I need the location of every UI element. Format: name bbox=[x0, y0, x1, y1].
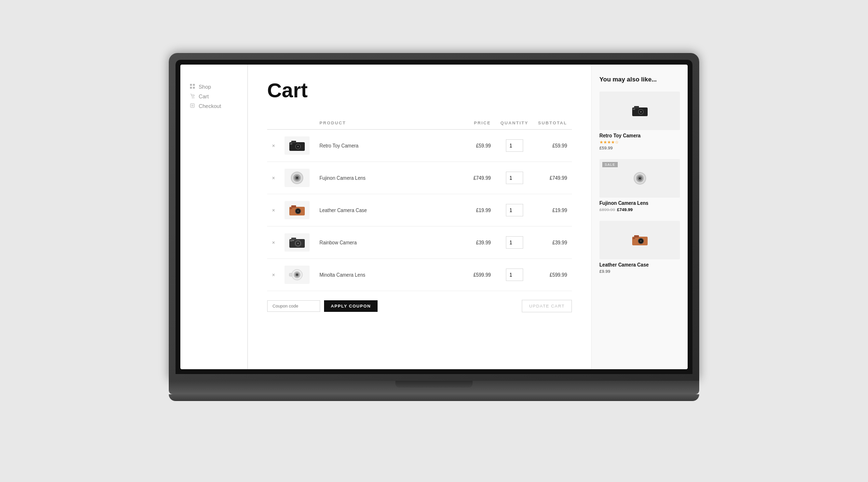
sale-badge: SALE bbox=[602, 162, 618, 167]
product-price: £599.99 bbox=[462, 259, 496, 291]
recommended-product-card[interactable]: SALE Fujinon Camera Lens £899.99£749.99 bbox=[599, 159, 680, 212]
remove-button[interactable]: × bbox=[272, 207, 275, 213]
svg-rect-43 bbox=[633, 108, 635, 110]
product-quantity bbox=[496, 227, 533, 259]
svg-point-53 bbox=[640, 240, 642, 242]
svg-rect-2 bbox=[190, 87, 192, 89]
product-quantity bbox=[496, 162, 533, 194]
product-image bbox=[285, 266, 310, 284]
screen-bezel: Shop Cart Checkout bbox=[176, 60, 692, 374]
product-quantity bbox=[496, 130, 533, 162]
product-subtotal: £39.99 bbox=[533, 227, 572, 259]
recommended-product-name: Retro Toy Camera bbox=[599, 133, 680, 138]
svg-rect-50 bbox=[634, 235, 639, 238]
svg-point-13 bbox=[297, 146, 299, 147]
quantity-input[interactable] bbox=[506, 139, 523, 152]
quantity-input[interactable] bbox=[506, 204, 523, 216]
product-image bbox=[285, 233, 310, 252]
right-panel: You may also like... Retro Toy Camera ★★… bbox=[591, 65, 688, 369]
product-price: £19.99 bbox=[462, 194, 496, 227]
cart-icon bbox=[190, 94, 196, 99]
sidebar-item-checkout-label: Checkout bbox=[199, 103, 221, 109]
product-subtotal: £19.99 bbox=[533, 194, 572, 227]
apply-coupon-button[interactable]: APPLY COUPON bbox=[324, 300, 378, 312]
product-image bbox=[285, 169, 310, 187]
laptop-foot bbox=[169, 394, 699, 401]
grid-icon bbox=[190, 84, 196, 90]
product-name: Leather Camera Case bbox=[314, 194, 461, 227]
product-quantity bbox=[496, 194, 533, 227]
checkout-icon bbox=[190, 103, 196, 109]
sidebar-item-cart[interactable]: Cart bbox=[190, 94, 238, 99]
svg-rect-0 bbox=[190, 84, 192, 86]
main-content: Cart PRODUCT PRICE QUANTITY SUBTOTAL bbox=[248, 65, 591, 369]
sidebar-item-checkout[interactable]: Checkout bbox=[190, 103, 238, 109]
coupon-row: APPLY COUPON UPDATE CART bbox=[267, 300, 572, 312]
quantity-input[interactable] bbox=[506, 268, 523, 281]
product-price: £59.99 bbox=[462, 130, 496, 162]
remove-button[interactable]: × bbox=[272, 175, 275, 181]
recommended-product-name: Leather Camera Case bbox=[599, 262, 680, 268]
product-image bbox=[285, 136, 310, 155]
product-subtotal: £59.99 bbox=[533, 130, 572, 162]
coupon-input[interactable] bbox=[267, 300, 320, 312]
product-price: £59.99 bbox=[599, 146, 613, 150]
laptop-lid: Shop Cart Checkout bbox=[169, 53, 699, 381]
remove-button[interactable]: × bbox=[272, 143, 275, 148]
svg-point-24 bbox=[297, 210, 299, 212]
sidebar-nav: Shop Cart Checkout bbox=[190, 84, 238, 109]
col-header-price: PRICE bbox=[462, 117, 496, 130]
product-name: Fujinon Camera Lens bbox=[314, 162, 461, 194]
product-price: £749.99 bbox=[462, 162, 496, 194]
sidebar-item-shop[interactable]: Shop bbox=[190, 84, 238, 90]
svg-point-4 bbox=[192, 97, 193, 98]
sidebar-item-shop-label: Shop bbox=[199, 84, 211, 90]
new-price: £749.99 bbox=[617, 207, 633, 212]
recommended-product-card[interactable]: Retro Toy Camera ★★★★☆ £59.99 bbox=[599, 92, 680, 150]
recommended-product-image bbox=[599, 92, 680, 130]
svg-point-47 bbox=[639, 177, 641, 179]
product-image bbox=[285, 201, 310, 219]
table-row: × Minolta Camera Lens £599.99 £599.99 bbox=[267, 259, 572, 291]
laptop: Shop Cart Checkout bbox=[169, 53, 699, 429]
quantity-input[interactable] bbox=[506, 236, 523, 249]
product-subtotal: £599.99 bbox=[533, 259, 572, 291]
table-row: × Fujinon Camera Lens £749.99 £749.99 bbox=[267, 162, 572, 194]
recommended-product-price: £9.99 bbox=[599, 269, 680, 274]
svg-rect-37 bbox=[289, 273, 292, 276]
col-header-subtotal: SUBTOTAL bbox=[533, 117, 572, 130]
product-subtotal: £749.99 bbox=[533, 162, 572, 194]
cart-table: PRODUCT PRICE QUANTITY SUBTOTAL × Retro … bbox=[267, 117, 572, 291]
page-title: Cart bbox=[267, 79, 572, 102]
table-row: × Rainbow Camera £39.99 £39.99 bbox=[267, 227, 572, 259]
svg-rect-32 bbox=[292, 240, 294, 241]
sidebar: Shop Cart Checkout bbox=[180, 65, 248, 369]
table-row: × Retro Toy Camera £59.99 £59.99 bbox=[267, 130, 572, 162]
svg-point-30 bbox=[297, 242, 299, 244]
sidebar-item-cart-label: Cart bbox=[199, 94, 209, 99]
you-may-also-title: You may also like... bbox=[599, 75, 680, 84]
svg-rect-6 bbox=[190, 104, 194, 107]
svg-rect-3 bbox=[193, 87, 195, 89]
update-cart-button[interactable]: UPDATE CART bbox=[522, 300, 572, 312]
product-price: £39.99 bbox=[462, 227, 496, 259]
svg-rect-39 bbox=[634, 106, 639, 108]
svg-rect-54 bbox=[633, 238, 635, 239]
recommended-product-card[interactable]: Leather Camera Case £9.99 bbox=[599, 221, 680, 274]
svg-rect-25 bbox=[290, 208, 292, 209]
svg-rect-27 bbox=[291, 238, 296, 240]
product-name: Retro Toy Camera bbox=[314, 130, 461, 162]
product-name: Minolta Camera Lens bbox=[314, 259, 461, 291]
recommended-product-price: £899.99£749.99 bbox=[599, 207, 680, 212]
svg-point-5 bbox=[193, 97, 194, 98]
remove-button[interactable]: × bbox=[272, 240, 275, 245]
svg-point-18 bbox=[296, 177, 298, 179]
remove-button[interactable]: × bbox=[272, 272, 275, 278]
svg-rect-10 bbox=[291, 141, 296, 143]
product-name: Rainbow Camera bbox=[314, 227, 461, 259]
svg-rect-31 bbox=[290, 240, 292, 241]
screen: Shop Cart Checkout bbox=[180, 65, 688, 369]
svg-rect-1 bbox=[193, 84, 195, 86]
svg-rect-14 bbox=[290, 143, 292, 145]
quantity-input[interactable] bbox=[506, 172, 523, 184]
